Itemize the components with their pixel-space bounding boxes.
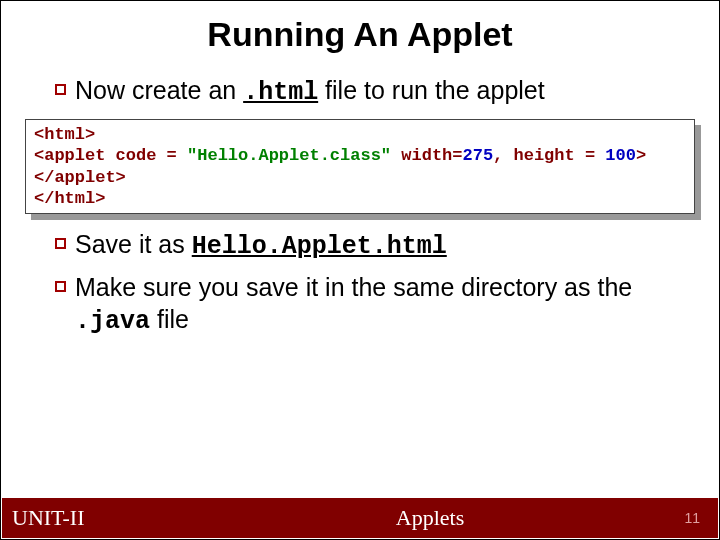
bullet-text: Now create an .html file to run the appl… [75, 76, 545, 104]
bullet-icon [55, 238, 66, 249]
code-block: <html> <applet code = "Hello.Applet.clas… [25, 119, 695, 214]
bullet-item: Now create an .html file to run the appl… [23, 74, 697, 109]
bullet-text: Save it as Hello.Applet.html [75, 230, 447, 258]
inline-code: .java [75, 307, 150, 336]
inline-code: Hello.Applet.html [192, 232, 447, 261]
page-number: 11 [658, 510, 718, 526]
slide: Running An Applet Now create an .html fi… [0, 0, 720, 540]
text-fragment: file to run the applet [318, 76, 545, 104]
bullet-list-bottom: Save it as Hello.Applet.html Make sure y… [23, 228, 697, 338]
bullet-text: Make sure you save it in the same direct… [75, 273, 632, 333]
inline-code: .html [243, 78, 318, 107]
code-line: <applet code = "Hello.Applet.class" widt… [34, 145, 686, 166]
text-fragment: Now create an [75, 76, 243, 104]
code-fragment: <applet code = [34, 146, 187, 165]
bullet-list-top: Now create an .html file to run the appl… [23, 74, 697, 109]
bullet-item: Make sure you save it in the same direct… [23, 271, 697, 338]
text-fragment: file [150, 305, 189, 333]
content-area: Now create an .html file to run the appl… [1, 74, 719, 338]
text-fragment: Save it as [75, 230, 192, 258]
code-fragment: width= [391, 146, 462, 165]
code-number: 100 [605, 146, 636, 165]
footer-bar: UNIT-II Applets 11 [2, 498, 718, 538]
code-string: "Hello.Applet.class" [187, 146, 391, 165]
code-fragment: > [636, 146, 646, 165]
footer-unit: UNIT-II [2, 505, 202, 531]
code-line: </applet> [34, 167, 686, 188]
code-line: <html> [34, 124, 686, 145]
code-number: 275 [463, 146, 494, 165]
footer-title: Applets [202, 505, 658, 531]
code-line: </html> [34, 188, 686, 209]
code-content: <html> <applet code = "Hello.Applet.clas… [25, 119, 695, 214]
text-fragment: Make sure you save it in the same direct… [75, 273, 632, 301]
slide-title: Running An Applet [1, 1, 719, 74]
bullet-item: Save it as Hello.Applet.html [23, 228, 697, 263]
code-fragment: , height = [493, 146, 605, 165]
bullet-icon [55, 281, 66, 292]
bullet-icon [55, 84, 66, 95]
